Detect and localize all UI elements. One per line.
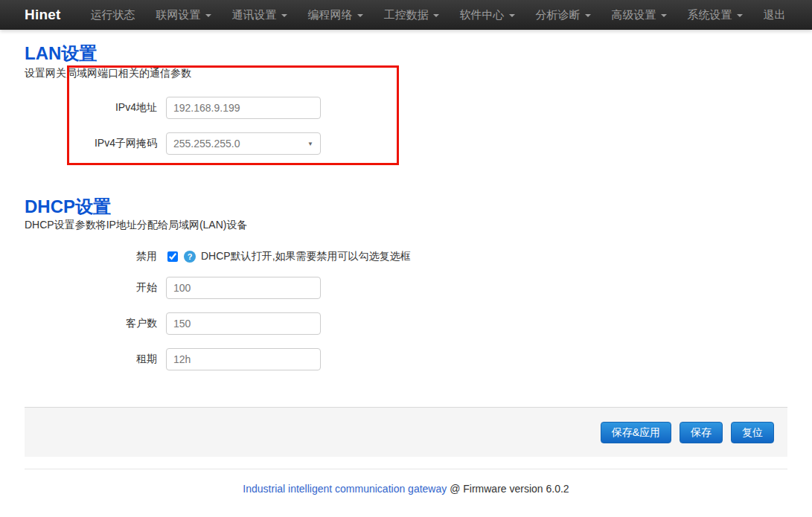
ipv4-netmask-label: IPv4子网掩码 [25, 137, 166, 150]
chevron-down-icon [737, 14, 743, 17]
form-row-ipv4-netmask: IPv4子网掩码 255.255.255.0 ▼ [25, 132, 787, 155]
brand-logo[interactable]: Hinet [25, 7, 61, 23]
nav-item-analysis-diagnosis[interactable]: 分析诊断 [525, 1, 601, 30]
ipv4-address-label: IPv4地址 [25, 101, 166, 115]
chevron-down-icon [281, 14, 287, 17]
lan-section-subtitle: 设置网关局域网端口相关的通信参数 [25, 65, 787, 80]
dhcp-section-subtitle: DHCP设置参数将IP地址分配给局域网(LAN)设备 [25, 217, 787, 232]
nav-item-logout[interactable]: 退出 [753, 1, 796, 30]
page-content: LAN设置 设置网关局域网端口相关的通信参数 IPv4地址 IPv4子网掩码 2… [0, 43, 812, 496]
form-row-dhcp-clients: 客户数 [25, 312, 787, 335]
dhcp-disable-checkbox[interactable] [167, 251, 178, 262]
footer: Industrial intelligent communication gat… [25, 481, 787, 496]
dhcp-start-label: 开始 [25, 281, 166, 295]
ipv4-netmask-select[interactable]: 255.255.255.0 [166, 132, 321, 155]
reset-button[interactable]: 复位 [731, 422, 774, 443]
nav-item-network-settings[interactable]: 联网设置 [146, 1, 222, 30]
nav-item-industrial-data[interactable]: 工控数据 [374, 1, 450, 30]
dhcp-disable-label: 禁用 [25, 250, 166, 263]
chevron-down-icon [433, 14, 439, 17]
action-bar: 保存&应用 保存 复位 [25, 407, 787, 457]
chevron-down-icon [585, 14, 591, 17]
dhcp-disable-help-text: DHCP默认打开,如果需要禁用可以勾选复选框 [201, 250, 411, 263]
save-apply-button[interactable]: 保存&应用 [601, 422, 671, 443]
nav-item-system-settings[interactable]: 系统设置 [677, 1, 753, 30]
question-mark-icon: ? [184, 251, 196, 263]
main-menu: 运行状态 联网设置 通讯设置 编程网络 工控数据 软件中心 分析诊断 高级设置 … [80, 0, 796, 30]
nav-item-run-status[interactable]: 运行状态 [80, 1, 146, 30]
chevron-down-icon [205, 14, 211, 17]
chevron-down-icon [661, 14, 667, 17]
save-button[interactable]: 保存 [680, 422, 723, 443]
dhcp-lease-label: 租期 [25, 353, 166, 366]
ipv4-address-input[interactable] [166, 97, 321, 119]
nav-item-programming-network[interactable]: 编程网络 [298, 1, 374, 30]
form-row-ipv4-address: IPv4地址 [25, 97, 787, 119]
chevron-down-icon [509, 14, 515, 17]
ipv4-netmask-select-wrap: 255.255.255.0 ▼ [166, 132, 321, 155]
footer-gateway-link[interactable]: Industrial intelligent communication gat… [243, 483, 447, 495]
top-navbar: Hinet 运行状态 联网设置 通讯设置 编程网络 工控数据 软件中心 分析诊断… [0, 0, 812, 30]
lan-section-title: LAN设置 [25, 43, 787, 64]
nav-item-comm-settings[interactable]: 通讯设置 [222, 1, 298, 30]
dhcp-clients-input[interactable] [166, 312, 321, 335]
form-row-dhcp-lease: 租期 [25, 348, 787, 370]
dhcp-clients-label: 客户数 [25, 317, 166, 330]
form-row-dhcp-disable: 禁用 ? DHCP默认打开,如果需要禁用可以勾选复选框 [25, 250, 787, 263]
chevron-down-icon [357, 14, 363, 17]
nav-item-advanced-settings[interactable]: 高级设置 [601, 1, 677, 30]
form-row-dhcp-start: 开始 [25, 277, 787, 299]
nav-item-software-center[interactable]: 软件中心 [450, 1, 525, 30]
dhcp-start-input[interactable] [166, 277, 321, 299]
footer-divider [25, 469, 787, 469]
dhcp-section-title: DHCP设置 [25, 198, 787, 216]
footer-firmware-text: @ Firmware version 6.0.2 [447, 483, 569, 495]
dhcp-lease-input[interactable] [166, 348, 321, 370]
